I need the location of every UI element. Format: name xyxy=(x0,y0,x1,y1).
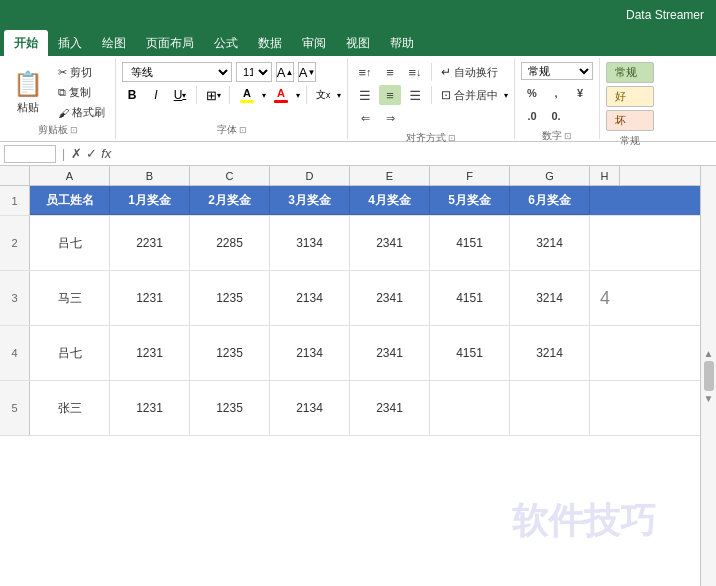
font-color-dropdown-icon[interactable]: ▾ xyxy=(296,91,300,100)
header-cell-3[interactable]: 3月奖金 xyxy=(270,186,350,215)
cell-f3[interactable]: 4151 xyxy=(430,271,510,325)
wrap-text-button[interactable]: ↵ 自动换行 xyxy=(437,63,502,82)
col-header-h[interactable]: H xyxy=(590,166,620,185)
style-button-3[interactable]: 坏 xyxy=(606,110,654,131)
fill-color-dropdown-icon[interactable]: ▾ xyxy=(262,91,266,100)
align-center-button[interactable]: ≡ xyxy=(379,85,401,105)
col-header-a[interactable]: A xyxy=(30,166,110,185)
formula-input[interactable] xyxy=(115,145,712,163)
alignment-expand-icon[interactable]: ⊡ xyxy=(448,133,456,143)
font-size-decrease-button[interactable]: A▼ xyxy=(298,62,316,82)
header-cell-5[interactable]: 5月奖金 xyxy=(430,186,510,215)
cell-c3[interactable]: 1235 xyxy=(190,271,270,325)
currency-button[interactable]: ¥ xyxy=(569,83,591,103)
number-format-select[interactable]: 常规 xyxy=(521,62,593,80)
cell-g2[interactable]: 3214 xyxy=(510,216,590,270)
subscript-button[interactable]: 文x xyxy=(313,85,333,105)
align-left-button[interactable]: ☰ xyxy=(354,85,376,105)
cell-reference-input[interactable] xyxy=(4,145,56,163)
cell-a5[interactable]: 张三 xyxy=(30,381,110,435)
style-button-1[interactable]: 常规 xyxy=(606,62,654,83)
header-cell-0[interactable]: 员工姓名 xyxy=(30,186,110,215)
clipboard-expand-icon[interactable]: ⊡ xyxy=(70,125,78,135)
cell-a2[interactable]: 吕七 xyxy=(30,216,110,270)
tab-insert[interactable]: 插入 xyxy=(48,30,92,56)
style-button-2[interactable]: 好 xyxy=(606,86,654,107)
col-header-c[interactable]: C xyxy=(190,166,270,185)
tab-formula[interactable]: 公式 xyxy=(204,30,248,56)
cell-g5[interactable] xyxy=(510,381,590,435)
header-cell-1[interactable]: 1月奖金 xyxy=(110,186,190,215)
cell-e2[interactable]: 2341 xyxy=(350,216,430,270)
cell-g3[interactable]: 3214 xyxy=(510,271,590,325)
font-expand-icon[interactable]: ⊡ xyxy=(239,125,247,135)
border-button[interactable]: ⊞ ▾ xyxy=(203,85,223,105)
formula-cross-icon[interactable]: ✗ xyxy=(71,146,82,161)
cell-a4[interactable]: 吕七 xyxy=(30,326,110,380)
subscript-dropdown-icon[interactable]: ▾ xyxy=(337,91,341,100)
font-size-select[interactable]: 11 xyxy=(236,62,272,82)
cell-f2[interactable]: 4151 xyxy=(430,216,510,270)
header-cell-6[interactable]: 6月奖金 xyxy=(510,186,590,215)
header-cell-2[interactable]: 2月奖金 xyxy=(190,186,270,215)
align-top-button[interactable]: ≡↑ xyxy=(354,62,376,82)
scrollbar-thumb[interactable] xyxy=(704,361,714,391)
cell-d3[interactable]: 2134 xyxy=(270,271,350,325)
cut-button[interactable]: ✂ 剪切 xyxy=(54,63,109,82)
tab-layout[interactable]: 页面布局 xyxy=(136,30,204,56)
scroll-down-button[interactable]: ▼ xyxy=(704,393,714,404)
cell-e3[interactable]: 2341 xyxy=(350,271,430,325)
underline-button[interactable]: U ▾ xyxy=(170,85,190,105)
merge-center-button[interactable]: ⊡ 合并居中 xyxy=(437,86,502,105)
cell-d5[interactable]: 2134 xyxy=(270,381,350,435)
merge-dropdown-icon[interactable]: ▾ xyxy=(504,91,508,100)
col-header-g[interactable]: G xyxy=(510,166,590,185)
percent-button[interactable]: % xyxy=(521,83,543,103)
decimal-increase-button[interactable]: .0 xyxy=(521,106,543,126)
header-cell-4[interactable]: 4月奖金 xyxy=(350,186,430,215)
comma-button[interactable]: , xyxy=(545,83,567,103)
cell-e4[interactable]: 2341 xyxy=(350,326,430,380)
col-header-d[interactable]: D xyxy=(270,166,350,185)
align-bottom-button[interactable]: ≡↓ xyxy=(404,62,426,82)
tab-home[interactable]: 开始 xyxy=(4,30,48,56)
font-size-increase-button[interactable]: A▲ xyxy=(276,62,294,82)
align-middle-button[interactable]: ≡ xyxy=(379,62,401,82)
decimal-decrease-button[interactable]: 0. xyxy=(545,106,567,126)
cell-c2[interactable]: 2285 xyxy=(190,216,270,270)
cell-b4[interactable]: 1231 xyxy=(110,326,190,380)
vertical-scrollbar[interactable]: ▲ ▼ xyxy=(700,166,716,586)
align-right-button[interactable]: ☰ xyxy=(404,85,426,105)
format-painter-button[interactable]: 🖌 格式刷 xyxy=(54,103,109,122)
cell-a3[interactable]: 马三 xyxy=(30,271,110,325)
cell-f4[interactable]: 4151 xyxy=(430,326,510,380)
col-header-b[interactable]: B xyxy=(110,166,190,185)
cell-c4[interactable]: 1235 xyxy=(190,326,270,380)
tab-data[interactable]: 数据 xyxy=(248,30,292,56)
indent-increase-button[interactable]: ⇒ xyxy=(379,108,401,128)
italic-button[interactable]: I xyxy=(146,85,166,105)
tab-help[interactable]: 帮助 xyxy=(380,30,424,56)
bold-button[interactable]: B xyxy=(122,85,142,105)
formula-check-icon[interactable]: ✓ xyxy=(86,146,97,161)
cell-d2[interactable]: 3134 xyxy=(270,216,350,270)
tab-review[interactable]: 审阅 xyxy=(292,30,336,56)
tab-draw[interactable]: 绘图 xyxy=(92,30,136,56)
cell-b3[interactable]: 1231 xyxy=(110,271,190,325)
cell-f5[interactable] xyxy=(430,381,510,435)
scroll-up-button[interactable]: ▲ xyxy=(704,348,714,359)
cell-d4[interactable]: 2134 xyxy=(270,326,350,380)
font-color-button[interactable]: A xyxy=(270,85,292,105)
cell-c5[interactable]: 1235 xyxy=(190,381,270,435)
cell-g4[interactable]: 3214 xyxy=(510,326,590,380)
cell-b2[interactable]: 2231 xyxy=(110,216,190,270)
formula-fx-icon[interactable]: fx xyxy=(101,146,111,161)
cell-e5[interactable]: 2341 xyxy=(350,381,430,435)
col-header-f[interactable]: F xyxy=(430,166,510,185)
indent-decrease-button[interactable]: ⇐ xyxy=(354,108,376,128)
copy-button[interactable]: ⧉ 复制 xyxy=(54,83,109,102)
cell-b5[interactable]: 1231 xyxy=(110,381,190,435)
col-header-e[interactable]: E xyxy=(350,166,430,185)
font-name-select[interactable]: 等线 xyxy=(122,62,232,82)
number-expand-icon[interactable]: ⊡ xyxy=(564,131,572,141)
